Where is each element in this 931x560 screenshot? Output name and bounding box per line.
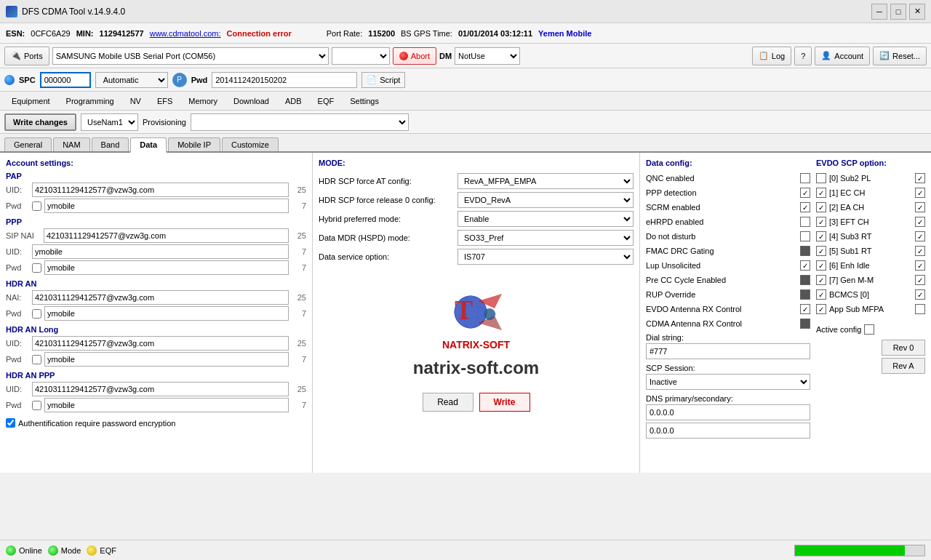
evdo-right-cb-5[interactable]: ✓: [915, 246, 925, 256]
menu-efs[interactable]: EFS: [150, 95, 180, 107]
active-config-checkbox[interactable]: [864, 324, 874, 335]
spc-input[interactable]: [40, 72, 91, 88]
evdo-cb-7[interactable]: ✓: [816, 275, 826, 285]
mode-select-3[interactable]: SO33_Pref: [457, 230, 634, 246]
config-cb-precc[interactable]: [800, 275, 810, 285]
config-row-fmac: FMAC DRC Gating: [646, 244, 810, 257]
evdo-cb-4[interactable]: ✓: [816, 231, 826, 241]
ports-button[interactable]: 🔌 Ports: [4, 47, 49, 65]
hdranppp-uid-input[interactable]: [32, 382, 289, 396]
config-cb-ppp[interactable]: ✓: [800, 188, 810, 198]
mode-select-2[interactable]: Enable: [457, 211, 634, 227]
menu-memory[interactable]: Memory: [181, 95, 225, 107]
pap-pwd-input[interactable]: [44, 199, 289, 213]
auto-select[interactable]: Automatic: [95, 72, 168, 88]
evdo-cb-0[interactable]: [816, 173, 826, 183]
account-button[interactable]: 👤 Account: [815, 47, 870, 65]
dns1-input[interactable]: [646, 404, 810, 420]
config-cb-cdma-ant[interactable]: [800, 319, 810, 329]
menu-equipment[interactable]: Equipment: [4, 95, 57, 107]
pap-uid-input[interactable]: [32, 183, 289, 197]
hdran-pwd-input[interactable]: [44, 306, 289, 321]
evdo-cb-9[interactable]: ✓: [816, 304, 826, 314]
mode-select-0[interactable]: RevA_MFPA_EMPA: [457, 173, 634, 189]
evdo-right-cb-1[interactable]: ✓: [915, 188, 925, 198]
evdo-cb-6[interactable]: ✓: [816, 260, 826, 271]
config-cb-dnd[interactable]: [800, 231, 810, 241]
write-changes-button[interactable]: Write changes: [4, 113, 76, 131]
script-button[interactable]: 📄 Script: [361, 72, 405, 88]
config-cb-ehrpd[interactable]: [800, 217, 810, 227]
menu-nv[interactable]: NV: [123, 95, 148, 107]
hdranlong-pwd-checkbox[interactable]: [32, 355, 41, 364]
evdo-right-cb-6[interactable]: ✓: [915, 260, 925, 271]
tab-data[interactable]: Data: [130, 137, 167, 153]
config-cb-lup[interactable]: ✓: [800, 260, 810, 271]
config-cb-evdo-ant[interactable]: ✓: [800, 304, 810, 314]
reset-button[interactable]: 🔄 Reset...: [873, 47, 927, 65]
ppp-sip-input[interactable]: [44, 228, 289, 243]
rev0-button[interactable]: Rev 0: [882, 340, 925, 356]
dial-string-input[interactable]: [646, 343, 810, 359]
network-name[interactable]: Yemen Mobile: [538, 29, 591, 38]
usenam-select[interactable]: UseNam1: [81, 113, 138, 131]
mode-select-4[interactable]: IS707: [457, 249, 634, 265]
maximize-button[interactable]: □: [890, 4, 906, 20]
pap-pwd-checkbox[interactable]: [32, 201, 41, 211]
evdo-right-cb-4[interactable]: ✓: [915, 231, 925, 241]
pwd-input[interactable]: [212, 72, 357, 88]
evdo-cb-2[interactable]: ✓: [816, 202, 826, 212]
provisioning-select[interactable]: [191, 113, 409, 131]
hdranlong-uid-input[interactable]: [32, 336, 289, 351]
secondary-select[interactable]: [332, 47, 390, 65]
tab-customize[interactable]: Customize: [222, 137, 279, 151]
abort-button[interactable]: Abort: [393, 47, 436, 65]
help-button[interactable]: ?: [794, 47, 812, 65]
evdo-right-cb-7[interactable]: ✓: [915, 275, 925, 285]
read-button[interactable]: Read: [423, 393, 474, 412]
evdo-right-cb-9[interactable]: [915, 304, 925, 314]
tab-general[interactable]: General: [4, 137, 52, 151]
hdran-nai-input[interactable]: [32, 290, 289, 305]
cdma-link[interactable]: www.cdmatool.com:: [150, 29, 221, 38]
menu-settings[interactable]: Settings: [343, 95, 386, 107]
evdo-right-cb-0[interactable]: ✓: [915, 173, 925, 183]
tab-band[interactable]: Band: [92, 137, 129, 151]
evdo-cb-5[interactable]: ✓: [816, 246, 826, 256]
mode-select-1[interactable]: EVDO_RevA: [457, 192, 634, 208]
ppp-pwd-checkbox[interactable]: [32, 263, 41, 273]
hdranlong-pwd-input[interactable]: [44, 352, 289, 367]
menu-download[interactable]: Download: [226, 95, 276, 107]
hdranppp-pwd-checkbox[interactable]: [32, 401, 41, 410]
tab-nam[interactable]: NAM: [53, 137, 89, 151]
menu-programming[interactable]: Programming: [59, 95, 121, 107]
evdo-right-cb-3[interactable]: ✓: [915, 217, 925, 227]
dm-select[interactable]: NotUse: [455, 47, 520, 65]
menu-adb[interactable]: ADB: [278, 95, 309, 107]
ppp-uid-input[interactable]: [32, 244, 289, 259]
dial-string-label: Dial string:: [646, 333, 810, 342]
write-button[interactable]: Write: [479, 393, 530, 412]
evdo-cb-1[interactable]: ✓: [816, 188, 826, 198]
hdranppp-pwd-input[interactable]: [44, 398, 289, 412]
evdo-right-cb-8[interactable]: ✓: [915, 289, 925, 300]
auth-checkbox[interactable]: [6, 418, 15, 428]
hdran-pwd-checkbox[interactable]: [32, 309, 41, 319]
config-cb-fmac[interactable]: [800, 246, 810, 256]
config-cb-qnc[interactable]: [800, 173, 810, 183]
minimize-button[interactable]: ─: [871, 4, 887, 20]
close-button[interactable]: ✕: [909, 4, 925, 20]
scp-select[interactable]: Inactive: [646, 374, 810, 390]
evdo-cb-3[interactable]: ✓: [816, 217, 826, 227]
reva-button[interactable]: Rev A: [882, 358, 925, 374]
evdo-right-cb-2[interactable]: ✓: [915, 202, 925, 212]
config-cb-scrm[interactable]: ✓: [800, 202, 810, 212]
dns2-input[interactable]: [646, 423, 810, 439]
config-cb-rup[interactable]: [800, 289, 810, 300]
device-select[interactable]: SAMSUNG Mobile USB Serial Port (COM56): [52, 47, 329, 65]
menu-eqf[interactable]: EQF: [311, 95, 342, 107]
tab-mobile-ip[interactable]: Mobile IP: [168, 137, 220, 151]
evdo-cb-8[interactable]: ✓: [816, 289, 826, 300]
log-button[interactable]: 📋 Log: [752, 47, 791, 65]
ppp-pwd-input[interactable]: [44, 260, 289, 275]
